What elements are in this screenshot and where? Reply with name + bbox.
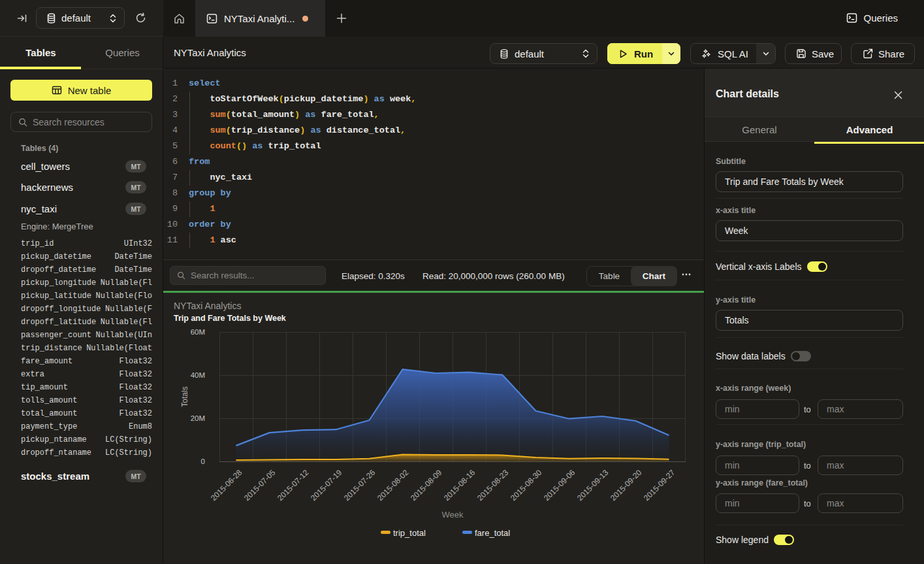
svg-text:2015-07-12: 2015-07-12 xyxy=(276,468,311,503)
svg-text:60M: 60M xyxy=(191,328,205,336)
svg-text:2015-08-02: 2015-08-02 xyxy=(375,468,411,503)
svg-text:2015-08-23: 2015-08-23 xyxy=(475,468,511,503)
svg-text:trip_total: trip_total xyxy=(393,528,426,538)
svg-text:2015-06-28: 2015-06-28 xyxy=(209,468,244,503)
svg-text:2015-07-26: 2015-07-26 xyxy=(342,468,377,503)
svg-text:2015-07-19: 2015-07-19 xyxy=(309,468,344,503)
svg-text:2015-08-30: 2015-08-30 xyxy=(509,468,544,503)
svg-text:20M: 20M xyxy=(191,414,205,422)
svg-text:2015-08-09: 2015-08-09 xyxy=(409,468,444,503)
svg-text:2015-09-13: 2015-09-13 xyxy=(575,468,611,503)
svg-text:2015-08-16: 2015-08-16 xyxy=(442,468,477,503)
svg-text:2015-07-05: 2015-07-05 xyxy=(242,468,278,503)
svg-text:2015-09-06: 2015-09-06 xyxy=(542,468,577,503)
svg-text:fare_total: fare_total xyxy=(475,528,510,538)
svg-text:Totals: Totals xyxy=(180,386,189,406)
svg-text:2015-09-27: 2015-09-27 xyxy=(642,468,677,503)
svg-text:Week: Week xyxy=(442,510,464,520)
svg-text:0: 0 xyxy=(201,457,205,465)
svg-text:2015-09-20: 2015-09-20 xyxy=(609,468,644,503)
svg-text:40M: 40M xyxy=(191,371,205,379)
